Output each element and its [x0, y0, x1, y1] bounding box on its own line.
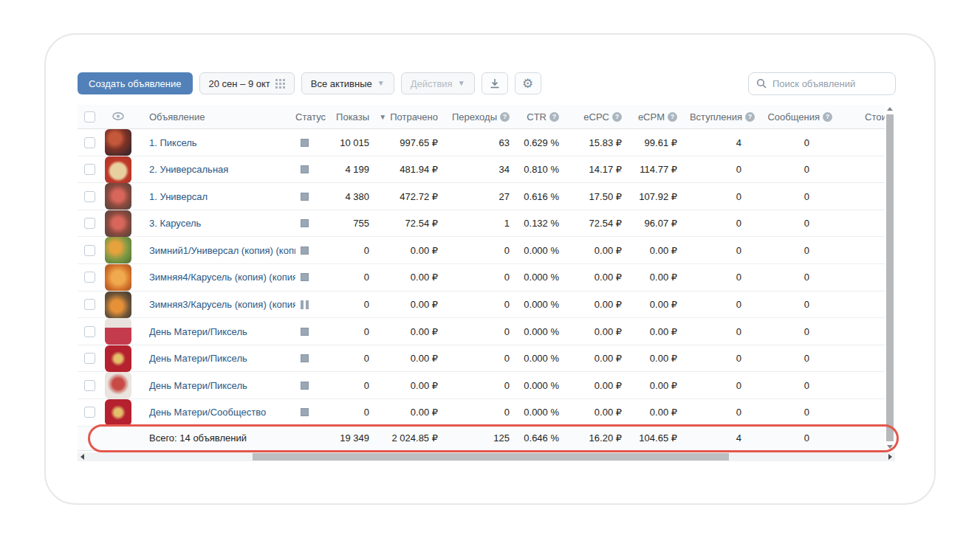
ad-thumbnail[interactable] — [105, 210, 131, 237]
totals-shows: 19 349 — [328, 432, 371, 444]
vertical-scrollbar-thumb[interactable] — [886, 114, 894, 441]
ad-name-link[interactable]: День Матери/Сообщество — [149, 407, 295, 418]
cell-ecpc: 0.00 ₽ — [561, 380, 623, 391]
question-badge-icon[interactable]: ? — [549, 112, 559, 122]
cell-ecpc: 0.00 ₽ — [561, 353, 623, 364]
column-header-shows[interactable]: Показы — [328, 111, 371, 123]
ad-name-link[interactable]: 3. Карусель — [149, 218, 295, 229]
table-row: Зимняя4/Карусель (копия) (копия) (... 0 … — [78, 264, 885, 292]
cell-spent: 0.00 ₽ — [371, 245, 439, 256]
column-header-spent[interactable]: ▼ Потрачено — [371, 111, 439, 123]
totals-clicks: 125 — [439, 432, 511, 444]
status-filter-dropdown[interactable]: Все активные ▼ — [301, 72, 394, 94]
ad-thumbnail[interactable] — [105, 345, 131, 372]
actions-dropdown[interactable]: Действия ▼ — [401, 72, 475, 94]
question-badge-icon[interactable]: ? — [612, 112, 622, 122]
table-row: 1. Универсал 4 380 472.72 ₽ 27 0.616 % 1… — [78, 183, 885, 210]
cell-ecpm: 99.61 ₽ — [623, 137, 679, 148]
ad-name-link[interactable]: Зимняя3/Карусель (копия) (копия) (... — [149, 299, 295, 310]
cell-spent: 997.65 ₽ — [371, 137, 439, 148]
table-row: Зимний1/Универсал (копия) (копия) ... 0 … — [78, 237, 885, 264]
scroll-left-arrow-icon[interactable] — [80, 454, 84, 460]
ad-name-link[interactable]: День Матери/Пиксель — [149, 380, 295, 391]
ad-name-link[interactable]: Зимняя4/Карусель (копия) (копия) (... — [149, 272, 295, 283]
calendar-grid-icon — [275, 79, 285, 89]
column-header-clicks[interactable]: Переходы ? — [439, 111, 511, 123]
cell-shows: 0 — [328, 407, 371, 418]
select-all-checkbox[interactable] — [84, 111, 95, 123]
ad-thumbnail[interactable] — [105, 237, 131, 263]
row-checkbox[interactable] — [84, 407, 95, 418]
column-header-status[interactable]: Статус — [295, 111, 328, 123]
ad-name-link[interactable]: 1. Универсал — [149, 191, 295, 202]
cell-joins: 0 — [679, 164, 756, 175]
settings-button[interactable]: ⚙ — [515, 72, 541, 94]
question-badge-icon[interactable]: ? — [668, 112, 677, 122]
ad-name-link[interactable]: День Матери/Пиксель — [149, 326, 295, 337]
ad-thumbnail[interactable] — [105, 183, 131, 210]
column-header-ad[interactable]: Объявление — [131, 111, 295, 123]
column-header-messages[interactable]: Сообщения ? — [756, 111, 834, 123]
row-checkbox[interactable] — [84, 272, 95, 283]
ad-thumbnail[interactable] — [105, 292, 131, 318]
vertical-scrollbar[interactable] — [885, 105, 895, 451]
cell-shows: 0 — [328, 380, 371, 391]
ad-name-link[interactable]: Зимний1/Универсал (копия) (копия) ... — [149, 245, 295, 256]
search-box — [748, 72, 896, 95]
column-header-ecpc[interactable]: eCPC ? — [561, 111, 623, 123]
ad-name-link[interactable]: День Матери/Пиксель — [149, 353, 295, 364]
ad-thumbnail[interactable] — [105, 129, 131, 156]
cell-messages: 0 — [756, 353, 834, 364]
search-icon — [756, 78, 767, 89]
totals-row: Всего: 14 объявлений 19 349 2 024.85 ₽ 1… — [78, 427, 885, 451]
cell-joins: 0 — [679, 191, 756, 202]
cell-ctr: 0.810 % — [511, 164, 561, 175]
column-header-ctr[interactable]: CTR ? — [511, 111, 561, 123]
ad-name-link[interactable]: 1. Пиксель — [149, 137, 295, 148]
totals-label: Всего: 14 объявлений — [78, 432, 295, 444]
cell-shows: 0 — [328, 353, 371, 364]
ad-name-link[interactable]: 2. Универсальная — [149, 164, 295, 175]
stopped-icon — [301, 354, 309, 362]
scroll-down-arrow-icon[interactable] — [887, 445, 893, 449]
scroll-up-arrow-icon[interactable] — [887, 107, 893, 111]
stopped-icon — [301, 139, 309, 147]
create-ad-button[interactable]: Создать объявление — [78, 72, 193, 94]
scroll-right-arrow-icon[interactable] — [888, 454, 892, 460]
cell-clicks: 0 — [439, 299, 511, 310]
question-badge-icon[interactable]: ? — [745, 112, 755, 122]
search-input[interactable] — [772, 78, 888, 89]
row-checkbox[interactable] — [84, 164, 95, 175]
row-checkbox[interactable] — [84, 299, 95, 310]
table-row: 1. Пиксель 10 015 997.65 ₽ 63 0.629 % 15… — [78, 129, 885, 156]
row-checkbox[interactable] — [84, 218, 95, 229]
horizontal-scrollbar-thumb[interactable] — [253, 453, 729, 461]
question-badge-icon[interactable]: ? — [823, 112, 832, 122]
ad-thumbnail[interactable] — [105, 372, 131, 399]
row-checkbox[interactable] — [84, 191, 95, 202]
ad-thumbnail[interactable] — [105, 399, 131, 426]
ad-thumbnail[interactable] — [105, 156, 131, 183]
row-checkbox[interactable] — [84, 326, 95, 337]
cell-clicks: 0 — [439, 353, 511, 364]
column-header-cost[interactable]: Стоим — [834, 111, 885, 123]
ad-thumbnail[interactable] — [105, 264, 131, 291]
row-checkbox[interactable] — [84, 137, 95, 148]
cell-messages: 0 — [756, 137, 834, 148]
ad-thumbnail[interactable] — [105, 318, 131, 345]
totals-ecpm: 104.65 ₽ — [623, 432, 679, 444]
cell-ecpm: 0.00 ₽ — [623, 407, 679, 418]
date-range-button[interactable]: 20 сен – 9 окт — [199, 72, 295, 94]
question-badge-icon[interactable]: ? — [500, 112, 510, 122]
column-header-ecpm[interactable]: eCPM ? — [623, 111, 679, 123]
row-checkbox[interactable] — [84, 353, 95, 364]
totals-spent: 2 024.85 ₽ — [371, 432, 439, 444]
row-checkbox[interactable] — [84, 245, 95, 256]
cell-ctr: 0.000 % — [511, 407, 561, 418]
column-header-joins[interactable]: Вступления ? — [679, 111, 756, 123]
export-button[interactable] — [482, 72, 508, 94]
stopped-icon — [301, 328, 309, 336]
row-checkbox[interactable] — [84, 380, 95, 391]
cell-ctr: 0.000 % — [511, 326, 561, 337]
horizontal-scrollbar[interactable] — [78, 452, 895, 461]
